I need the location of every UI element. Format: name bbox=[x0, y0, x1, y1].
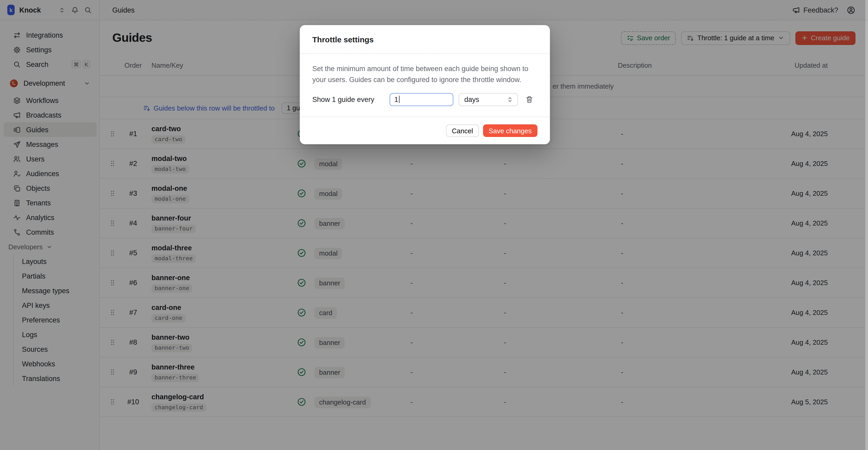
interval-label: Show 1 guide every bbox=[312, 95, 390, 103]
interval-unit-select[interactable]: days bbox=[459, 93, 518, 106]
interval-value-input[interactable]: 1 bbox=[390, 93, 453, 106]
modal-title: Throttle settings bbox=[312, 34, 537, 45]
save-changes-button[interactable]: Save changes bbox=[483, 124, 537, 137]
cancel-button[interactable]: Cancel bbox=[446, 124, 479, 137]
page-scrollbar[interactable] bbox=[865, 0, 868, 450]
throttle-settings-modal: Throttle settings Set the minimum amount… bbox=[300, 25, 550, 144]
text-caret bbox=[399, 96, 399, 103]
app-root: k Knock Guides Feedback? IntegrationsSet… bbox=[0, 0, 868, 450]
select-stepper-icon bbox=[506, 96, 514, 103]
modal-description: Set the minimum amount of time between e… bbox=[312, 63, 538, 85]
interval-value: 1 bbox=[394, 95, 398, 103]
interval-unit-value: days bbox=[464, 95, 479, 103]
delete-throttle-button[interactable] bbox=[525, 95, 533, 103]
